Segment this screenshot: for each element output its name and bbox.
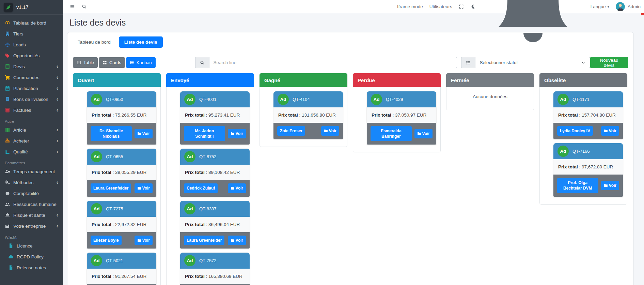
sidebar-item-label: Votre entreprise [13,224,46,229]
chevron-left-icon: ‹ [57,224,58,228]
calculator-icon [5,64,10,69]
user-menu[interactable]: Admin [616,2,641,11]
contact-button[interactable]: Eliezer Boyle [91,236,122,245]
avatar: Ad [91,151,102,162]
quote-card-qt-1171[interactable]: AdQT-1171Prix total : 157,704.80 EURLydi… [553,91,623,139]
sidebar-item-devis[interactable]: Devis‹ [0,61,63,72]
sidebar-item-planification[interactable]: Planification‹ [0,83,63,94]
quote-card-qt-4029[interactable]: AdQT-4029Prix total : 37,050.97 EUREsmer… [367,91,436,145]
contact-button[interactable]: Cedrick Zulauf [184,183,218,193]
contact-button[interactable]: Dr. Shanelle Nikolaus [91,126,132,141]
search-input[interactable] [209,57,457,68]
avatar: Ad [371,94,382,105]
folder-icon [137,186,141,190]
quote-card-qt-7166[interactable]: AdQT-7166Prix total : 97,672.80 EURProf.… [553,143,623,196]
search-icon[interactable] [82,4,87,9]
view-quote-button[interactable]: Voir [228,129,246,138]
quote-card-body: Prix total : 36,496.04 EUR [180,217,250,232]
price-label: Prix total [185,274,205,279]
register-icon [5,138,10,144]
contact-button[interactable]: Mr. Jadon Schmidt I [184,126,225,141]
quote-card-footer: Lydia Dooley IVVoir [553,123,623,139]
sidebar-item-risque-et-sante[interactable]: Risque et santé‹ [0,210,63,221]
kanban-column-body: AdQT-1171Prix total : 157,704.80 EURLydi… [539,87,627,205]
view-quote-button[interactable]: Voir [321,126,339,136]
search-group [195,57,457,68]
quote-card-qt-8337[interactable]: AdQT-8337Prix total : 36,496.04 EURLaura… [180,201,250,249]
contact-button[interactable]: Lydia Dooley IV [557,126,593,136]
sidebar-item-bons-de-livraison[interactable]: Bons de livraison‹ [0,94,63,105]
sidebar-item-release-notes[interactable]: Release notes [0,262,63,273]
quote-card-qt-8752[interactable]: AdQT-8752Prix total : 89,108.42 EURCedri… [180,149,250,196]
sidebar-item-tiers[interactable]: Tiers [0,28,63,39]
view-quote-button[interactable]: Voir [228,183,246,193]
contact-button[interactable]: Laura Greenfelder [91,183,131,193]
quote-card-body: Prix total : 97,672.80 EUR [553,159,623,175]
folder-icon [604,183,608,188]
status-select[interactable]: Selectionner statut [475,57,591,68]
quote-reference: QT-4104 [293,97,310,102]
contact-button[interactable]: Esmeralda Bahringer [371,126,412,141]
price-value: : 91,267.54 EUR [111,274,147,279]
users-link[interactable]: Utilisateurs [429,4,452,9]
view-quote-button[interactable]: Voir [135,129,153,138]
view-quote-button[interactable]: Voir [135,183,153,193]
expand-icon[interactable] [459,4,464,9]
view-button-kanban[interactable]: Kanban [126,57,156,68]
brand[interactable]: v1.17 [0,0,63,14]
sidebar-item-rgpd-policy[interactable]: RGPD Policy [0,251,63,262]
notifications-bell-icon[interactable]: 7 [482,0,584,58]
view-button-label: Voir [236,238,243,243]
folder-icon [137,238,141,242]
sidebar-item-ressources-humaine[interactable]: Ressources humaine [0,199,63,210]
sidebar-item-qualite[interactable]: Qualité‹ [0,146,63,157]
sidebar-item-acheter[interactable]: Acheter‹ [0,135,63,146]
sidebar-item-factures[interactable]: Factures‹ [0,105,63,116]
hamburger-icon[interactable] [70,4,75,9]
quote-card-body: Prix total : 89,108.42 EUR [180,165,250,180]
view-quote-button[interactable]: Voir [135,236,153,245]
contact-button[interactable]: Zoie Ernser [277,126,305,136]
sidebar-item-commandes[interactable]: Commandes‹ [0,72,63,83]
dark-mode-moon-icon[interactable] [470,4,475,9]
sidebar-item-opportunites[interactable]: Opportunités [0,50,63,61]
globe-icon [5,42,10,47]
sidebar-item-tableau-de-bord[interactable]: Tableau de bord [0,17,63,28]
view-quote-button[interactable]: Voir [601,181,619,190]
avatar [616,2,625,11]
toolbar: TableCardsKanban [73,57,628,68]
view-button-table[interactable]: Table [73,57,98,68]
view-quote-button[interactable]: Voir [228,236,246,245]
file-icon [8,243,14,249]
gears-icon [5,180,10,185]
kanban-column-fermee: FerméeAucune données [446,73,534,110]
contact-button[interactable]: Prof. Olga Bechtelar DVM [557,178,598,193]
sidebar-item-leads[interactable]: Leads [0,39,63,50]
quote-card-header: AdQT-7572 [180,253,250,269]
view-button-cards[interactable]: Cards [99,57,125,68]
chevron-left-icon: ‹ [57,181,58,184]
quote-card-qt-7572[interactable]: AdQT-7572Prix total : 165,380.69 EURShem… [180,253,250,285]
quote-card-qt-0850[interactable]: AdQT-0850Prix total : 75,266.55 EURDr. S… [87,91,156,145]
view-quote-button[interactable]: Voir [414,129,433,138]
sidebar-item-methodes[interactable]: Méthodes‹ [0,177,63,188]
tab-tableau-de-bord[interactable]: Tableau de bord [72,36,116,48]
sidebar-item-article[interactable]: Article‹ [0,124,63,135]
language-dropdown[interactable]: Langue ▾ [591,4,609,9]
quote-card-qt-4104[interactable]: AdQT-4104Prix total : 131,656.80 EURZoie… [273,91,343,139]
contact-button[interactable]: Laura Greenfelder [184,236,224,245]
kanban-column-body: AdQT-4029Prix total : 37,050.97 EUREsmer… [353,87,441,152]
price-value: : 36,496.04 EUR [205,222,240,227]
sidebar-item-votre-entreprise[interactable]: Votre entreprise‹ [0,221,63,231]
sidebar-item-temps-management[interactable]: Temps management [0,166,63,177]
sidebar-item-licence[interactable]: Licence [0,240,63,251]
sidebar-item-comptabilite[interactable]: Comptabilité [0,188,63,199]
new-quote-button[interactable]: Nouveau devis [590,57,628,68]
quote-card-qt-4001[interactable]: AdQT-4001Prix total : 95,273.41 EURMr. J… [180,91,250,145]
quote-card-qt-7275[interactable]: AdQT-7275Prix total : 22,972.32 EUREliez… [87,201,156,249]
quote-card-qt-5021[interactable]: AdQT-5021Prix total : 91,267.54 EURRay M… [87,253,156,285]
tab-liste-des-devis[interactable]: Liste des devis [119,36,163,48]
quote-card-qt-0655[interactable]: AdQT-0655Prix total : 38,055.29 EURLaura… [87,149,156,196]
iframe-mode-link[interactable]: Iframe mode [397,4,423,9]
view-quote-button[interactable]: Voir [601,126,619,136]
